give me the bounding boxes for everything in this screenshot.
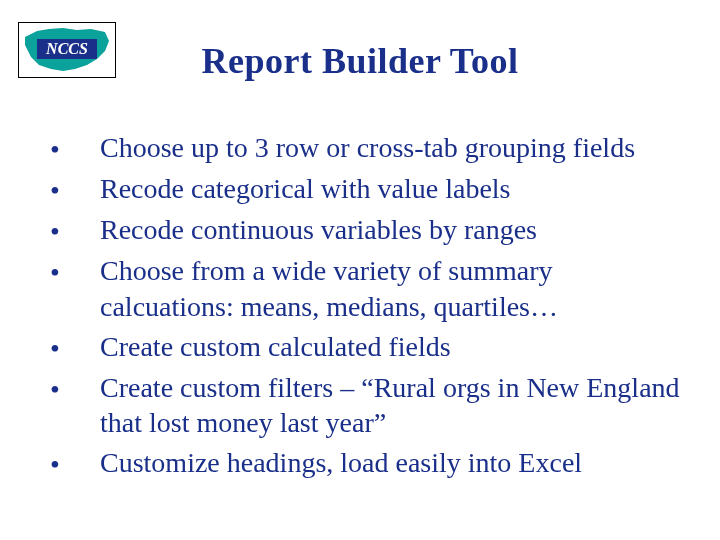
bullet-list: • Choose up to 3 row or cross-tab groupi… — [50, 130, 680, 486]
slide-title: Report Builder Tool — [0, 40, 720, 82]
bullet-text: Recode continuous variables by ranges — [100, 212, 537, 248]
bullet-text: Recode categorical with value labels — [100, 171, 510, 207]
bullet-text: Choose from a wide variety of summary ca… — [100, 253, 680, 325]
bullet-icon: • — [50, 445, 100, 482]
bullet-icon: • — [50, 329, 100, 366]
list-item: • Create custom filters – “Rural orgs in… — [50, 370, 680, 442]
list-item: • Recode continuous variables by ranges — [50, 212, 680, 249]
list-item: • Choose up to 3 row or cross-tab groupi… — [50, 130, 680, 167]
list-item: • Choose from a wide variety of summary … — [50, 253, 680, 325]
bullet-text: Customize headings, load easily into Exc… — [100, 445, 582, 481]
bullet-text: Create custom calculated fields — [100, 329, 451, 365]
list-item: • Create custom calculated fields — [50, 329, 680, 366]
bullet-icon: • — [50, 253, 100, 290]
list-item: • Recode categorical with value labels — [50, 171, 680, 208]
bullet-icon: • — [50, 370, 100, 407]
bullet-text: Choose up to 3 row or cross-tab grouping… — [100, 130, 635, 166]
bullet-icon: • — [50, 171, 100, 208]
bullet-text: Create custom filters – “Rural orgs in N… — [100, 370, 680, 442]
list-item: • Customize headings, load easily into E… — [50, 445, 680, 482]
bullet-icon: • — [50, 130, 100, 167]
bullet-icon: • — [50, 212, 100, 249]
